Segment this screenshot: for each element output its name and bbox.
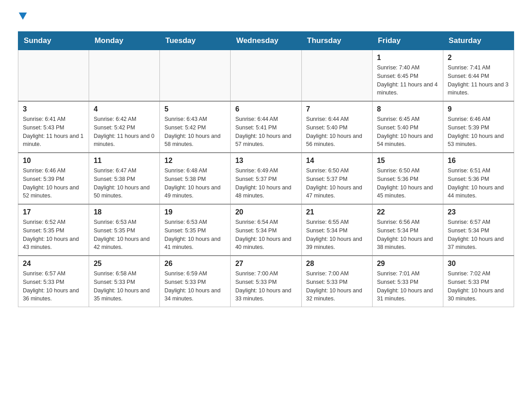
calendar-cell: 28Sunrise: 7:00 AM Sunset: 5:33 PM Dayli… — [301, 256, 372, 307]
calendar-cell: 22Sunrise: 6:56 AM Sunset: 5:34 PM Dayli… — [372, 204, 443, 256]
day-info: Sunrise: 6:46 AM Sunset: 5:39 PM Dayligh… — [448, 115, 509, 149]
day-info: Sunrise: 7:41 AM Sunset: 6:44 PM Dayligh… — [448, 64, 509, 97]
day-number: 17 — [23, 208, 84, 216]
day-number: 30 — [448, 260, 509, 268]
day-info: Sunrise: 6:55 AM Sunset: 5:34 PM Dayligh… — [306, 218, 368, 252]
calendar-cell: 10Sunrise: 6:46 AM Sunset: 5:39 PM Dayli… — [18, 153, 89, 204]
page-header — [18, 13, 514, 22]
day-info: Sunrise: 6:58 AM Sunset: 5:33 PM Dayligh… — [94, 270, 155, 303]
calendar-cell: 11Sunrise: 6:47 AM Sunset: 5:38 PM Dayli… — [89, 153, 160, 204]
day-number: 1 — [377, 54, 438, 62]
day-info: Sunrise: 6:57 AM Sunset: 5:34 PM Dayligh… — [448, 218, 509, 252]
calendar-row-2: 3Sunrise: 6:41 AM Sunset: 5:43 PM Daylig… — [18, 101, 514, 153]
calendar-cell — [160, 50, 231, 102]
calendar-cell: 26Sunrise: 6:59 AM Sunset: 5:33 PM Dayli… — [160, 256, 231, 307]
calendar-cell: 5Sunrise: 6:43 AM Sunset: 5:42 PM Daylig… — [160, 101, 231, 153]
day-number: 11 — [94, 157, 155, 165]
day-number: 25 — [94, 260, 155, 268]
weekday-header-thursday: Thursday — [301, 32, 372, 50]
calendar-cell: 9Sunrise: 6:46 AM Sunset: 5:39 PM Daylig… — [443, 101, 514, 153]
calendar-cell: 1Sunrise: 7:40 AM Sunset: 6:45 PM Daylig… — [372, 50, 443, 102]
day-number: 24 — [23, 260, 84, 268]
day-info: Sunrise: 6:54 AM Sunset: 5:34 PM Dayligh… — [235, 218, 296, 252]
day-number: 19 — [164, 208, 226, 216]
day-number: 4 — [94, 105, 155, 113]
day-info: Sunrise: 6:47 AM Sunset: 5:38 PM Dayligh… — [94, 167, 155, 200]
calendar-cell: 29Sunrise: 7:01 AM Sunset: 5:33 PM Dayli… — [372, 256, 443, 307]
day-info: Sunrise: 6:49 AM Sunset: 5:37 PM Dayligh… — [235, 167, 296, 200]
calendar-cell: 3Sunrise: 6:41 AM Sunset: 5:43 PM Daylig… — [18, 101, 89, 153]
day-info: Sunrise: 6:42 AM Sunset: 5:42 PM Dayligh… — [94, 115, 155, 149]
calendar-cell: 19Sunrise: 6:53 AM Sunset: 5:35 PM Dayli… — [160, 204, 231, 256]
day-number: 13 — [235, 157, 296, 165]
calendar-cell — [301, 50, 372, 102]
day-number: 27 — [235, 260, 296, 268]
day-number: 2 — [448, 54, 509, 62]
day-info: Sunrise: 6:59 AM Sunset: 5:33 PM Dayligh… — [164, 270, 226, 303]
weekday-header-wednesday: Wednesday — [231, 32, 301, 50]
day-info: Sunrise: 6:51 AM Sunset: 5:36 PM Dayligh… — [448, 167, 509, 200]
weekday-header-tuesday: Tuesday — [160, 32, 231, 50]
calendar-cell: 2Sunrise: 7:41 AM Sunset: 6:44 PM Daylig… — [443, 50, 514, 102]
day-info: Sunrise: 6:41 AM Sunset: 5:43 PM Dayligh… — [23, 115, 84, 149]
calendar-cell: 25Sunrise: 6:58 AM Sunset: 5:33 PM Dayli… — [89, 256, 160, 307]
calendar-cell — [231, 50, 301, 102]
weekday-header-sunday: Sunday — [18, 32, 89, 50]
calendar-cell: 24Sunrise: 6:57 AM Sunset: 5:33 PM Dayli… — [18, 256, 89, 307]
logo-triangle-icon — [19, 13, 27, 21]
calendar-table: SundayMondayTuesdayWednesdayThursdayFrid… — [18, 31, 514, 307]
calendar-cell: 18Sunrise: 6:53 AM Sunset: 5:35 PM Dayli… — [89, 204, 160, 256]
day-number: 10 — [23, 157, 84, 165]
day-info: Sunrise: 6:44 AM Sunset: 5:40 PM Dayligh… — [306, 115, 368, 149]
calendar-row-5: 24Sunrise: 6:57 AM Sunset: 5:33 PM Dayli… — [18, 256, 514, 307]
calendar-row-1: 1Sunrise: 7:40 AM Sunset: 6:45 PM Daylig… — [18, 50, 514, 102]
calendar-cell — [89, 50, 160, 102]
day-number: 16 — [448, 157, 509, 165]
day-number: 9 — [448, 105, 509, 113]
calendar-cell: 7Sunrise: 6:44 AM Sunset: 5:40 PM Daylig… — [301, 101, 372, 153]
calendar-cell: 15Sunrise: 6:50 AM Sunset: 5:36 PM Dayli… — [372, 153, 443, 204]
calendar-cell: 8Sunrise: 6:45 AM Sunset: 5:40 PM Daylig… — [372, 101, 443, 153]
calendar-cell: 21Sunrise: 6:55 AM Sunset: 5:34 PM Dayli… — [301, 204, 372, 256]
calendar-cell: 4Sunrise: 6:42 AM Sunset: 5:42 PM Daylig… — [89, 101, 160, 153]
calendar-cell: 6Sunrise: 6:44 AM Sunset: 5:41 PM Daylig… — [231, 101, 301, 153]
day-number: 7 — [306, 105, 368, 113]
day-info: Sunrise: 6:45 AM Sunset: 5:40 PM Dayligh… — [377, 115, 438, 149]
calendar-cell: 27Sunrise: 7:00 AM Sunset: 5:33 PM Dayli… — [231, 256, 301, 307]
calendar-cell: 13Sunrise: 6:49 AM Sunset: 5:37 PM Dayli… — [231, 153, 301, 204]
weekday-header-friday: Friday — [372, 32, 443, 50]
day-number: 14 — [306, 157, 368, 165]
day-number: 21 — [306, 208, 368, 216]
logo — [18, 13, 27, 22]
calendar-cell: 16Sunrise: 6:51 AM Sunset: 5:36 PM Dayli… — [443, 153, 514, 204]
day-number: 28 — [306, 260, 368, 268]
calendar-row-3: 10Sunrise: 6:46 AM Sunset: 5:39 PM Dayli… — [18, 153, 514, 204]
day-info: Sunrise: 6:46 AM Sunset: 5:39 PM Dayligh… — [23, 167, 84, 200]
day-info: Sunrise: 6:57 AM Sunset: 5:33 PM Dayligh… — [23, 270, 84, 303]
day-number: 12 — [164, 157, 226, 165]
day-number: 29 — [377, 260, 438, 268]
day-info: Sunrise: 6:50 AM Sunset: 5:37 PM Dayligh… — [306, 167, 368, 200]
day-info: Sunrise: 6:43 AM Sunset: 5:42 PM Dayligh… — [164, 115, 226, 149]
day-number: 3 — [23, 105, 84, 113]
calendar-cell: 23Sunrise: 6:57 AM Sunset: 5:34 PM Dayli… — [443, 204, 514, 256]
day-info: Sunrise: 7:00 AM Sunset: 5:33 PM Dayligh… — [235, 270, 296, 303]
day-number: 15 — [377, 157, 438, 165]
weekday-header-saturday: Saturday — [443, 32, 514, 50]
calendar-row-4: 17Sunrise: 6:52 AM Sunset: 5:35 PM Dayli… — [18, 204, 514, 256]
calendar-cell: 20Sunrise: 6:54 AM Sunset: 5:34 PM Dayli… — [231, 204, 301, 256]
day-info: Sunrise: 7:01 AM Sunset: 5:33 PM Dayligh… — [377, 270, 438, 303]
day-info: Sunrise: 6:52 AM Sunset: 5:35 PM Dayligh… — [23, 218, 84, 252]
day-info: Sunrise: 6:48 AM Sunset: 5:38 PM Dayligh… — [164, 167, 226, 200]
weekday-header-monday: Monday — [89, 32, 160, 50]
weekday-header-row: SundayMondayTuesdayWednesdayThursdayFrid… — [18, 32, 514, 50]
day-info: Sunrise: 7:40 AM Sunset: 6:45 PM Dayligh… — [377, 64, 438, 97]
day-number: 20 — [235, 208, 296, 216]
calendar-cell: 12Sunrise: 6:48 AM Sunset: 5:38 PM Dayli… — [160, 153, 231, 204]
day-number: 8 — [377, 105, 438, 113]
calendar-cell: 30Sunrise: 7:02 AM Sunset: 5:33 PM Dayli… — [443, 256, 514, 307]
day-number: 6 — [235, 105, 296, 113]
day-info: Sunrise: 7:00 AM Sunset: 5:33 PM Dayligh… — [306, 270, 368, 303]
calendar-cell: 17Sunrise: 6:52 AM Sunset: 5:35 PM Dayli… — [18, 204, 89, 256]
day-number: 26 — [164, 260, 226, 268]
